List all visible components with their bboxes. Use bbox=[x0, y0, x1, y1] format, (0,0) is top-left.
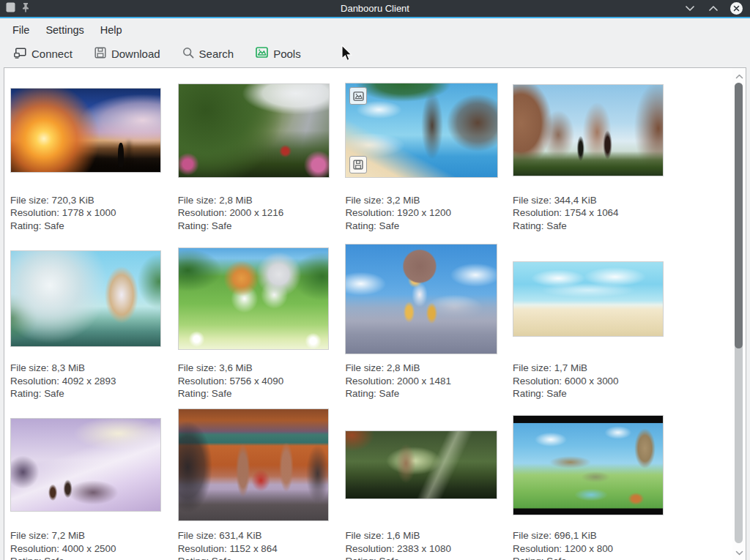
view-image-button[interactable] bbox=[349, 87, 367, 105]
post-item[interactable]: File size: 2,8 MiB Resolution: 2000 x 14… bbox=[345, 243, 513, 400]
rating-label: Rating: bbox=[345, 388, 376, 399]
thumbnail-slot bbox=[178, 408, 346, 521]
post-meta: File size: 344,4 KiB Resolution: 1754 x … bbox=[513, 194, 680, 232]
post-thumbnail[interactable] bbox=[178, 83, 330, 178]
resolution-value: 6000 x 3000 bbox=[565, 376, 619, 387]
post-meta: File size: 8,3 MiB Resolution: 4092 x 28… bbox=[10, 362, 178, 400]
post-thumbnail[interactable] bbox=[178, 247, 329, 350]
scrollbar-thumb[interactable] bbox=[735, 83, 743, 348]
connect-label: Connect bbox=[31, 48, 73, 60]
pools-icon bbox=[256, 47, 268, 60]
post-thumbnail[interactable] bbox=[513, 261, 664, 337]
close-button[interactable] bbox=[730, 2, 743, 15]
thumbnail-slot bbox=[345, 243, 513, 354]
resolution-label: Resolution: bbox=[178, 207, 227, 218]
resolution-value: 5756 x 4090 bbox=[229, 376, 283, 387]
file-size-value: 8,3 MiB bbox=[52, 362, 85, 373]
app-icon bbox=[6, 2, 15, 15]
post-item[interactable]: File size: 8,3 MiB Resolution: 4092 x 28… bbox=[10, 243, 178, 400]
resolution-label: Resolution: bbox=[178, 376, 227, 387]
resolution-value: 1200 x 800 bbox=[565, 543, 613, 554]
file-size-value: 1,7 MiB bbox=[554, 362, 587, 373]
post-meta: File size: 2,8 MiB Resolution: 2000 x 12… bbox=[178, 194, 346, 232]
file-size-label: File size: bbox=[345, 530, 384, 541]
resolution-value: 1754 x 1064 bbox=[565, 207, 619, 218]
vertical-scrollbar[interactable] bbox=[732, 68, 746, 560]
connect-button[interactable]: Connect bbox=[7, 42, 79, 65]
rating-value: Safe bbox=[212, 388, 232, 399]
menu-settings[interactable]: Settings bbox=[37, 21, 92, 39]
download-button[interactable]: Download bbox=[88, 42, 167, 65]
download-icon bbox=[94, 47, 106, 61]
minimize-button[interactable] bbox=[683, 2, 697, 15]
resolution-label: Resolution: bbox=[513, 543, 562, 554]
post-item[interactable]: File size: 2,8 MiB Resolution: 2000 x 12… bbox=[178, 83, 346, 232]
file-size-value: 631,4 KiB bbox=[219, 530, 261, 541]
post-item[interactable]: File size: 696,1 KiB Resolution: 1200 x … bbox=[513, 408, 680, 560]
file-size-value: 720,3 KiB bbox=[52, 195, 94, 206]
connect-icon bbox=[14, 47, 26, 61]
download-label: Download bbox=[111, 48, 160, 60]
rating-label: Rating: bbox=[345, 556, 376, 560]
resolution-label: Resolution: bbox=[513, 376, 562, 387]
menu-file[interactable]: File bbox=[4, 21, 37, 39]
rating-value: Safe bbox=[546, 220, 567, 231]
file-size-label: File size: bbox=[513, 362, 552, 373]
post-item[interactable]: File size: 1,7 MiB Resolution: 6000 x 30… bbox=[513, 243, 680, 400]
post-meta: File size: 3,6 MiB Resolution: 5756 x 40… bbox=[178, 362, 346, 400]
pin-icon[interactable] bbox=[21, 2, 30, 15]
post-item[interactable]: File size: 7,2 MiB Resolution: 4000 x 25… bbox=[10, 408, 178, 560]
file-size-label: File size: bbox=[345, 195, 384, 206]
resolution-label: Resolution: bbox=[513, 207, 562, 218]
post-thumbnail[interactable] bbox=[345, 430, 497, 499]
rating-label: Rating: bbox=[513, 388, 543, 399]
post-meta: File size: 2,8 MiB Resolution: 2000 x 14… bbox=[345, 362, 513, 400]
thumbnail-slot bbox=[513, 408, 680, 521]
resolution-value: 2383 x 1080 bbox=[397, 543, 451, 554]
file-size-label: File size: bbox=[178, 362, 217, 373]
post-item[interactable]: File size: 344,4 KiB Resolution: 1754 x … bbox=[513, 83, 680, 232]
resolution-value: 4092 x 2893 bbox=[62, 376, 116, 387]
rating-label: Rating: bbox=[513, 220, 543, 231]
post-item[interactable]: File size: 631,4 KiB Resolution: 1152 x … bbox=[178, 408, 346, 560]
post-item[interactable]: File size: 3,2 MiB Resolution: 1920 x 12… bbox=[345, 83, 513, 232]
post-thumbnail[interactable] bbox=[345, 244, 497, 354]
rating-value: Safe bbox=[44, 556, 64, 560]
post-thumbnail[interactable] bbox=[345, 83, 498, 178]
scroll-down-arrow-icon[interactable] bbox=[734, 548, 744, 558]
resolution-label: Resolution: bbox=[10, 207, 59, 218]
resolution-value: 1778 x 1000 bbox=[62, 207, 116, 218]
resolution-label: Resolution: bbox=[10, 543, 59, 554]
menu-help[interactable]: Help bbox=[92, 21, 130, 39]
search-button[interactable]: Search bbox=[176, 42, 241, 65]
post-thumbnail[interactable] bbox=[178, 408, 329, 521]
rating-value: Safe bbox=[379, 220, 400, 231]
post-item[interactable]: File size: 720,3 KiB Resolution: 1778 x … bbox=[10, 83, 178, 232]
toolbar: Connect Download Search Po bbox=[0, 40, 750, 67]
resolution-value: 1152 x 864 bbox=[229, 543, 277, 554]
maximize-button[interactable] bbox=[707, 2, 720, 15]
post-item[interactable]: File size: 3,6 MiB Resolution: 5756 x 40… bbox=[178, 243, 346, 400]
post-thumbnail[interactable] bbox=[10, 88, 161, 173]
thumbnail-slot bbox=[10, 83, 178, 178]
mouse-cursor bbox=[341, 45, 354, 64]
post-meta: File size: 7,2 MiB Resolution: 4000 x 25… bbox=[10, 529, 178, 560]
post-item[interactable]: File size: 1,6 MiB Resolution: 2383 x 10… bbox=[345, 408, 513, 560]
rating-label: Rating: bbox=[10, 220, 41, 231]
post-thumbnail[interactable] bbox=[10, 418, 161, 512]
file-size-label: File size: bbox=[178, 530, 217, 541]
post-thumbnail[interactable] bbox=[513, 84, 664, 176]
file-size-value: 7,2 MiB bbox=[52, 530, 85, 541]
pools-button[interactable]: Pools bbox=[249, 42, 308, 64]
scroll-up-arrow-icon[interactable] bbox=[734, 71, 744, 81]
resolution-value: 2000 x 1216 bbox=[229, 207, 283, 218]
scrollbar-track[interactable] bbox=[735, 83, 743, 543]
post-thumbnail[interactable] bbox=[10, 250, 161, 347]
thumbnail-slot bbox=[513, 83, 680, 178]
post-meta: File size: 631,4 KiB Resolution: 1152 x … bbox=[178, 529, 346, 560]
file-size-label: File size: bbox=[178, 195, 217, 206]
save-image-button[interactable] bbox=[349, 156, 367, 173]
file-size-value: 2,8 MiB bbox=[387, 362, 420, 373]
rating-value: Safe bbox=[44, 388, 64, 399]
post-thumbnail[interactable] bbox=[513, 415, 664, 515]
